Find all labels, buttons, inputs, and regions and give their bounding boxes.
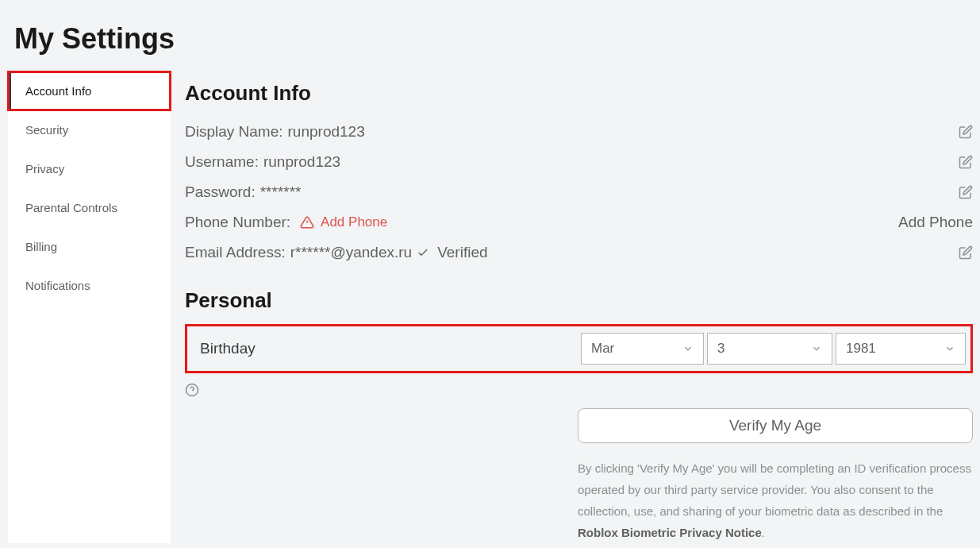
warning-icon <box>300 215 314 230</box>
help-icon[interactable] <box>185 383 199 397</box>
birthday-year-select[interactable]: 1981 <box>836 333 966 365</box>
page-title: My Settings <box>0 0 980 71</box>
birthday-month-select[interactable]: Mar <box>581 333 704 365</box>
main-content: Account Info Display Name: runprod123 Us… <box>171 71 980 543</box>
edit-icon[interactable] <box>959 185 973 199</box>
phone-label: Phone Number: <box>185 214 290 231</box>
sidebar-item-parental-controls[interactable]: Parental Controls <box>8 188 171 227</box>
sidebar-item-notifications[interactable]: Notifications <box>8 266 171 305</box>
display-name-row: Display Name: runprod123 <box>185 117 973 147</box>
verified-text: Verified <box>437 244 487 261</box>
add-phone-action[interactable]: Add Phone <box>898 214 973 231</box>
check-icon <box>417 246 429 259</box>
edit-icon[interactable] <box>959 245 973 260</box>
email-value: r******@yandex.ru <box>290 244 412 261</box>
display-name-value: runprod123 <box>288 123 365 141</box>
phone-row: Phone Number: Add Phone Add Phone <box>185 207 973 237</box>
add-phone-link[interactable]: Add Phone <box>321 214 387 230</box>
edit-icon[interactable] <box>959 155 973 169</box>
settings-sidebar: Account Info Security Privacy Parental C… <box>8 71 171 543</box>
personal-heading: Personal <box>185 288 973 313</box>
chevron-down-icon <box>811 343 822 354</box>
verify-disclaimer: By clicking 'Verify My Age' you will be … <box>578 457 973 543</box>
sidebar-item-privacy[interactable]: Privacy <box>8 149 171 188</box>
sidebar-item-account-info[interactable]: Account Info <box>8 71 171 110</box>
biometric-privacy-link[interactable]: Roblox Biometric Privacy Notice <box>578 526 762 539</box>
disclaimer-end: . <box>762 526 765 539</box>
username-row: Username: runprod123 <box>185 147 973 177</box>
password-label: Password: <box>185 183 256 201</box>
birthday-year-value: 1981 <box>846 341 876 357</box>
sidebar-item-billing[interactable]: Billing <box>8 227 171 266</box>
edit-icon[interactable] <box>959 125 973 139</box>
email-row: Email Address: r******@yandex.ru Verifie… <box>185 237 973 268</box>
display-name-label: Display Name: <box>185 123 283 141</box>
sidebar-item-security[interactable]: Security <box>8 110 171 149</box>
password-row: Password: ******* <box>185 177 973 207</box>
birthday-month-value: Mar <box>591 341 614 357</box>
account-info-heading: Account Info <box>185 81 973 106</box>
password-value: ******* <box>260 183 302 201</box>
username-value: runprod123 <box>263 153 340 171</box>
verify-age-button[interactable]: Verify My Age <box>578 408 973 443</box>
birthday-label: Birthday <box>192 340 581 357</box>
username-label: Username: <box>185 153 259 171</box>
email-label: Email Address: <box>185 244 286 261</box>
birthday-day-select[interactable]: 3 <box>707 333 832 365</box>
birthday-row: Birthday Mar 3 1981 <box>185 324 973 373</box>
birthday-day-value: 3 <box>717 341 724 357</box>
disclaimer-text: By clicking 'Verify My Age' you will be … <box>578 461 971 518</box>
chevron-down-icon <box>682 343 694 354</box>
chevron-down-icon <box>944 343 955 354</box>
